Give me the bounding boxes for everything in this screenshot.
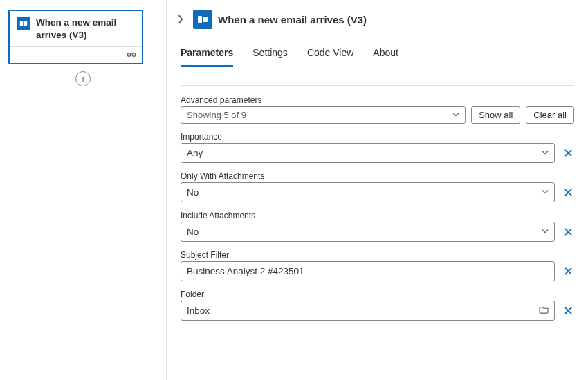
trigger-node-card[interactable]: When a new email arrives (V3) [8, 10, 143, 64]
remove-only-with-attachments-button[interactable]: ✕ [562, 185, 574, 200]
folder-input-wrapper [181, 301, 555, 321]
add-step-button[interactable]: + [75, 71, 91, 86]
field-label-only-with-attachments: Only With Attachments [181, 171, 574, 181]
advanced-parameters-dropdown[interactable]: Showing 5 of 9 [181, 106, 466, 124]
tab-about[interactable]: About [373, 47, 398, 67]
svg-rect-0 [20, 21, 24, 26]
field-folder: Folder ✕ [181, 289, 574, 321]
tab-parameters[interactable]: Parameters [181, 47, 233, 67]
only-with-attachments-dropdown[interactable]: No [181, 182, 555, 202]
svg-rect-6 [203, 17, 208, 22]
panel-tabs: Parameters Settings Code View About [167, 35, 588, 67]
importance-value: Any [187, 148, 203, 158]
flow-canvas: When a new email arrives (V3) + [0, 0, 166, 380]
advanced-parameters-summary: Showing 5 of 9 [187, 110, 246, 120]
trigger-node-header: When a new email arrives (V3) [10, 11, 142, 46]
remove-folder-button[interactable]: ✕ [562, 303, 574, 319]
subject-filter-input-wrapper [181, 261, 555, 281]
show-all-button[interactable]: Show all [471, 106, 520, 124]
trigger-node-footer [10, 46, 142, 63]
clear-all-button[interactable]: Clear all [526, 106, 574, 124]
outlook-icon [193, 10, 212, 29]
field-label-subject-filter: Subject Filter [181, 250, 574, 260]
tab-code-view[interactable]: Code View [307, 47, 353, 67]
svg-point-3 [132, 53, 136, 57]
panel-header: When a new email arrives (V3) [167, 0, 588, 35]
connection-link-icon[interactable] [127, 50, 136, 60]
remove-subject-filter-button[interactable]: ✕ [562, 264, 574, 279]
field-label-include-attachments: Include Attachments [181, 211, 574, 220]
only-with-attachments-value: No [187, 187, 199, 198]
chevron-down-icon [542, 227, 549, 237]
panel-body: Advanced parameters Showing 5 of 9 Show … [167, 67, 588, 380]
field-subject-filter: Subject Filter ✕ [181, 250, 574, 281]
remove-include-attachments-button[interactable]: ✕ [562, 225, 574, 240]
field-include-attachments: Include Attachments No ✕ [181, 211, 574, 242]
chevron-down-icon [452, 110, 459, 120]
chevron-down-icon [542, 148, 549, 158]
include-attachments-dropdown[interactable]: No [181, 222, 555, 242]
subject-filter-input[interactable] [187, 266, 549, 276]
chevron-down-icon [542, 187, 549, 198]
advanced-parameters-row: Showing 5 of 9 Show all Clear all [181, 106, 574, 124]
field-only-with-attachments: Only With Attachments No ✕ [181, 171, 574, 202]
importance-dropdown[interactable]: Any [181, 143, 555, 163]
remove-importance-button[interactable]: ✕ [562, 146, 574, 161]
details-panel: When a new email arrives (V3) Parameters… [166, 0, 588, 380]
trigger-node-title: When a new email arrives (V3) [36, 17, 135, 41]
svg-rect-5 [198, 16, 202, 23]
field-label-importance: Importance [181, 132, 574, 142]
panel-title: When a new email arrives (V3) [218, 14, 367, 26]
collapse-panel-button[interactable] [174, 12, 187, 26]
svg-rect-1 [24, 21, 27, 26]
include-attachments-value: No [187, 227, 199, 237]
outlook-icon [17, 17, 30, 30]
divider [181, 85, 574, 86]
field-importance: Importance Any ✕ [181, 132, 574, 163]
advanced-parameters-label: Advanced parameters [181, 95, 574, 105]
tab-settings[interactable]: Settings [252, 47, 288, 67]
folder-input[interactable] [187, 305, 539, 316]
field-label-folder: Folder [181, 289, 574, 299]
folder-picker-icon[interactable] [539, 305, 549, 316]
